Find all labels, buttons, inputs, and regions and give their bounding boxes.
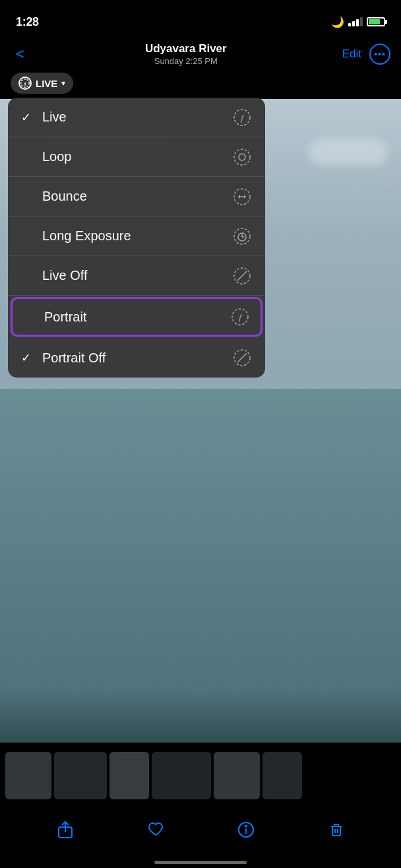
menu-item-long-exposure[interactable]: Long Exposure: [8, 217, 265, 256]
svg-point-22: [245, 826, 247, 827]
menu-label-long-exposure: Long Exposure: [42, 228, 131, 244]
info-button[interactable]: [231, 815, 261, 844]
svg-point-4: [234, 149, 250, 165]
signal-bar-3: [356, 19, 359, 26]
menu-icon-portrait: f: [230, 307, 250, 327]
signal-bar-1: [348, 23, 351, 26]
back-button[interactable]: <: [11, 40, 30, 68]
menu-item-loop[interactable]: Loop: [8, 137, 265, 177]
live-pill-button[interactable]: f LIVE ▾: [11, 73, 73, 94]
bottom-toolbar: [0, 810, 401, 850]
live-button-area: f LIVE ▾: [11, 73, 73, 94]
signal-bar-2: [352, 21, 355, 26]
menu-icon-loop: [232, 147, 252, 167]
bottom-bar: [0, 743, 401, 868]
menu-label-portrait: Portrait: [44, 310, 86, 325]
home-indicator: [154, 861, 247, 864]
menu-label-portrait-off: Portrait Off: [42, 351, 106, 366]
menu-item-portrait-off[interactable]: ✓Portrait Off: [8, 338, 265, 378]
share-button[interactable]: [51, 815, 80, 844]
live-circle-icon: f: [18, 77, 32, 90]
menu-item-bounce[interactable]: Bounce: [8, 177, 265, 217]
battery-fill: [369, 19, 380, 24]
live-chevron-icon: ▾: [61, 79, 65, 88]
photo-title: Udyavara River: [145, 42, 227, 55]
photo-overlay: [0, 690, 401, 743]
signal-bars: [348, 17, 363, 26]
status-time: 1:28: [16, 15, 39, 29]
menu-label-loop: Loop: [42, 149, 72, 164]
menu-label-live-off: Live Off: [42, 268, 88, 283]
film-strip: [0, 749, 401, 802]
photo-date: Sunday 2:25 PM: [145, 56, 227, 66]
trash-button[interactable]: [322, 815, 351, 844]
menu-item-live-off[interactable]: Live Off: [8, 256, 265, 296]
menu-checkmark-live: ✓: [21, 110, 34, 125]
menu-item-portrait[interactable]: Portrait f: [11, 297, 262, 337]
film-thumb-1: [5, 752, 51, 799]
more-dots-icon: •••: [374, 50, 386, 59]
menu-icon-bounce: [232, 187, 252, 207]
dropdown-menu: ✓Live f Loop Bounce Long Exposure Live O…: [8, 98, 265, 378]
svg-text:f: f: [24, 81, 26, 87]
svg-line-17: [237, 353, 247, 362]
film-thumb-3: [109, 752, 149, 799]
status-bar: 1:28 🌙: [0, 0, 401, 36]
live-label: LIVE: [36, 78, 57, 89]
battery-icon: [367, 17, 385, 26]
menu-checkmark-portrait-off: ✓: [21, 351, 34, 365]
menu-icon-live-off: [232, 266, 252, 286]
menu-label-bounce: Bounce: [42, 189, 87, 204]
film-thumb-2: [54, 752, 107, 799]
menu-icon-long-exposure: [232, 226, 252, 246]
header-actions: Edit •••: [342, 44, 390, 65]
heart-button[interactable]: [141, 815, 170, 844]
film-thumb-5: [214, 752, 260, 799]
svg-rect-23: [332, 826, 340, 836]
film-thumb-6: [262, 752, 302, 799]
svg-text:f: f: [239, 312, 243, 322]
cloud-2: [309, 139, 388, 165]
film-thumb-4: [152, 752, 211, 799]
menu-icon-live: f: [232, 108, 252, 127]
edit-button[interactable]: Edit: [342, 48, 361, 61]
header-title: Udyavara River Sunday 2:25 PM: [145, 42, 227, 66]
menu-icon-portrait-off: [232, 348, 252, 368]
signal-bar-4: [360, 17, 363, 26]
svg-text:f: f: [241, 113, 245, 123]
svg-line-13: [237, 271, 247, 281]
more-button[interactable]: •••: [369, 44, 390, 65]
menu-item-live[interactable]: ✓Live f: [8, 98, 265, 137]
svg-point-5: [239, 154, 245, 160]
moon-icon: 🌙: [331, 16, 344, 28]
status-icons: 🌙: [331, 16, 385, 28]
menu-label-live: Live: [42, 110, 67, 125]
header: < Udyavara River Sunday 2:25 PM Edit •••: [0, 36, 401, 73]
